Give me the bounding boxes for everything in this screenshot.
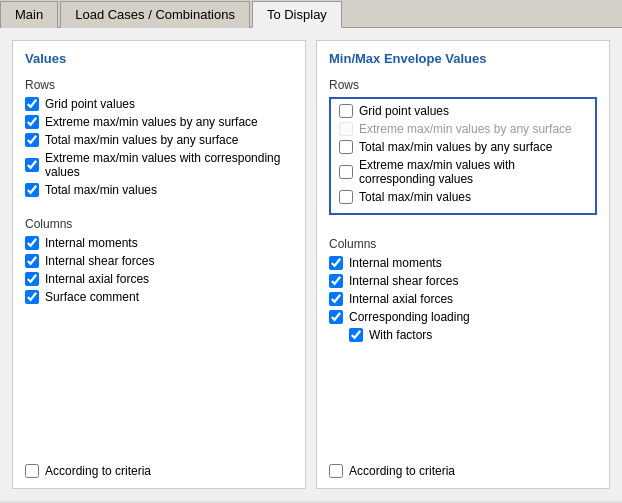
rp-col-2-label: Internal shear forces bbox=[349, 274, 458, 288]
lp-col-2-label: Internal shear forces bbox=[45, 254, 154, 268]
right-col-rp-col-3: Internal axial forces bbox=[329, 292, 597, 306]
right-according-checkbox[interactable] bbox=[329, 464, 343, 478]
right-row-rp-row-5: Total max/min values bbox=[339, 190, 587, 204]
rp-col-4a-checkbox[interactable] bbox=[349, 328, 363, 342]
right-col-rp-col-4: Corresponding loading bbox=[329, 310, 597, 324]
left-col-lp-col-2: Internal shear forces bbox=[25, 254, 293, 268]
rp-col-4a-label: With factors bbox=[369, 328, 432, 342]
lp-col-1-label: Internal moments bbox=[45, 236, 138, 250]
lp-row-1-label: Grid point values bbox=[45, 97, 135, 111]
right-columns-list: Internal momentsInternal shear forcesInt… bbox=[329, 256, 597, 346]
right-according-row: According to criteria bbox=[329, 454, 597, 478]
right-according-label: According to criteria bbox=[349, 464, 455, 478]
left-col-lp-col-3: Internal axial forces bbox=[25, 272, 293, 286]
left-col-lp-col-1: Internal moments bbox=[25, 236, 293, 250]
left-row-lp-row-4: Extreme max/min values with correspondin… bbox=[25, 151, 293, 179]
rp-row-5-checkbox[interactable] bbox=[339, 190, 353, 204]
rp-row-1-label: Grid point values bbox=[359, 104, 449, 118]
lp-row-3-checkbox[interactable] bbox=[25, 133, 39, 147]
right-rows-envelope-box: Grid point valuesExtreme max/min values … bbox=[329, 97, 597, 215]
right-col-rp-col-4a: With factors bbox=[349, 328, 597, 342]
lp-col-4-label: Surface comment bbox=[45, 290, 139, 304]
lp-row-3-label: Total max/min values by any surface bbox=[45, 133, 238, 147]
rp-row-1-checkbox[interactable] bbox=[339, 104, 353, 118]
right-row-rp-row-2: Extreme max/min values by any surface bbox=[339, 122, 587, 136]
left-columns-label: Columns bbox=[25, 217, 293, 231]
lp-row-4-label: Extreme max/min values with correspondin… bbox=[45, 151, 293, 179]
lp-row-4-checkbox[interactable] bbox=[25, 158, 39, 172]
lp-col-2-checkbox[interactable] bbox=[25, 254, 39, 268]
tab-load-cases[interactable]: Load Cases / Combinations bbox=[60, 1, 250, 28]
left-rows-label: Rows bbox=[25, 78, 293, 92]
lp-col-3-checkbox[interactable] bbox=[25, 272, 39, 286]
left-col-lp-col-4: Surface comment bbox=[25, 290, 293, 304]
right-col-rp-col-2: Internal shear forces bbox=[329, 274, 597, 288]
lp-col-1-checkbox[interactable] bbox=[25, 236, 39, 250]
right-row-rp-row-4: Extreme max/min values with correspondin… bbox=[339, 158, 587, 186]
rp-row-4-label: Extreme max/min values with correspondin… bbox=[359, 158, 587, 186]
rp-row-3-label: Total max/min values by any surface bbox=[359, 140, 552, 154]
lp-row-2-label: Extreme max/min values by any surface bbox=[45, 115, 258, 129]
rp-col-1-label: Internal moments bbox=[349, 256, 442, 270]
main-content: Values Rows Grid point valuesExtreme max… bbox=[0, 28, 622, 501]
left-panel-title: Values bbox=[25, 51, 293, 66]
left-row-lp-row-1: Grid point values bbox=[25, 97, 293, 111]
right-panel: Min/Max Envelope Values Rows Grid point … bbox=[316, 40, 610, 489]
rp-col-2-checkbox[interactable] bbox=[329, 274, 343, 288]
rp-col-3-label: Internal axial forces bbox=[349, 292, 453, 306]
left-according-checkbox[interactable] bbox=[25, 464, 39, 478]
lp-row-5-label: Total max/min values bbox=[45, 183, 157, 197]
left-row-lp-row-2: Extreme max/min values by any surface bbox=[25, 115, 293, 129]
right-panel-title: Min/Max Envelope Values bbox=[329, 51, 597, 66]
left-panel: Values Rows Grid point valuesExtreme max… bbox=[12, 40, 306, 489]
left-rows-list: Grid point valuesExtreme max/min values … bbox=[25, 97, 293, 201]
rp-row-2-checkbox bbox=[339, 122, 353, 136]
tab-to-display[interactable]: To Display bbox=[252, 1, 342, 28]
rp-col-3-checkbox[interactable] bbox=[329, 292, 343, 306]
lp-row-2-checkbox[interactable] bbox=[25, 115, 39, 129]
tab-bar: Main Load Cases / Combinations To Displa… bbox=[0, 0, 622, 28]
rp-col-1-checkbox[interactable] bbox=[329, 256, 343, 270]
left-row-lp-row-5: Total max/min values bbox=[25, 183, 293, 197]
lp-col-3-label: Internal axial forces bbox=[45, 272, 149, 286]
right-row-rp-row-1: Grid point values bbox=[339, 104, 587, 118]
right-col-rp-col-1: Internal moments bbox=[329, 256, 597, 270]
rp-col-4-checkbox[interactable] bbox=[329, 310, 343, 324]
lp-row-1-checkbox[interactable] bbox=[25, 97, 39, 111]
right-row-rp-row-3: Total max/min values by any surface bbox=[339, 140, 587, 154]
rp-col-4-label: Corresponding loading bbox=[349, 310, 470, 324]
left-according-label: According to criteria bbox=[45, 464, 151, 478]
rp-row-3-checkbox[interactable] bbox=[339, 140, 353, 154]
left-columns-list: Internal momentsInternal shear forcesInt… bbox=[25, 236, 293, 308]
lp-row-5-checkbox[interactable] bbox=[25, 183, 39, 197]
left-row-lp-row-3: Total max/min values by any surface bbox=[25, 133, 293, 147]
rp-row-4-checkbox[interactable] bbox=[339, 165, 353, 179]
tab-main[interactable]: Main bbox=[0, 1, 58, 28]
right-columns-label: Columns bbox=[329, 237, 597, 251]
rp-row-2-label: Extreme max/min values by any surface bbox=[359, 122, 572, 136]
rp-row-5-label: Total max/min values bbox=[359, 190, 471, 204]
lp-col-4-checkbox[interactable] bbox=[25, 290, 39, 304]
right-rows-label: Rows bbox=[329, 78, 597, 92]
left-according-row: According to criteria bbox=[25, 454, 293, 478]
